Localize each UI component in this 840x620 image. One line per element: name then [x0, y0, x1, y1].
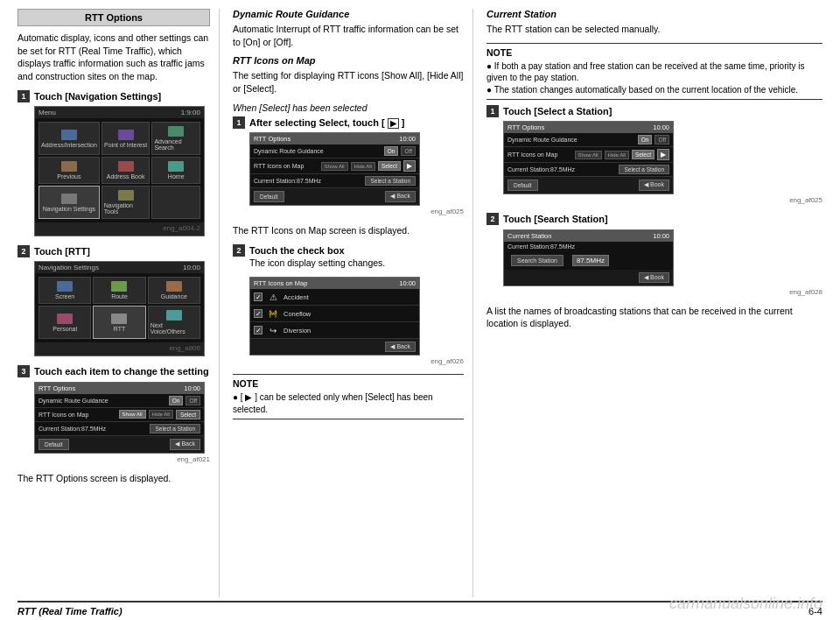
grid-item-advanced[interactable]: Advanced Search [151, 122, 200, 155]
rtt-screen-title-mid: RTT Options [254, 135, 290, 143]
mid-toggle-off-1[interactable]: Off [401, 146, 416, 156]
grid-item-nav-tools[interactable]: Navigation Tools [102, 186, 150, 219]
bottom-left-text: RTT (Real Time Traffic) [18, 606, 122, 616]
nav-screen-time: 1:9:00 [181, 109, 200, 116]
right-step-1: 1 Touch [Select a Station] RTT Options 1… [486, 105, 822, 206]
right-hide-all[interactable]: Hide All [605, 151, 629, 159]
hide-all-btn[interactable]: Hide All [149, 410, 173, 419]
mid-step-1-content: After selecting Select, touch [ ▶ ] RTT … [249, 116, 464, 218]
mid-step-2-label: Touch the check box [249, 244, 464, 257]
intro-text: Automatic display, icons and other setti… [18, 32, 210, 83]
back-btn-left[interactable]: ◀ Back [170, 439, 200, 450]
freq-display: 87.5MHz [572, 255, 609, 266]
img-caption-3: eng_af021 [34, 455, 210, 463]
mid-rtt-label-1: Dynamic Route Guidance [254, 148, 382, 154]
mid-step-2-content: Touch the check box The icon display set… [249, 244, 464, 367]
grid-rtt[interactable]: RTT [93, 306, 145, 339]
watermark: carmanualsonline.info [669, 595, 822, 613]
mid-select[interactable]: Select [378, 161, 401, 171]
search-station-btn[interactable]: Search Station [511, 255, 564, 266]
select-station-btn-left[interactable]: Select a Station [150, 424, 200, 433]
right-step-1-label: Touch [Select a Station] [503, 105, 822, 117]
grid-item-address[interactable]: Address/Intersection [38, 122, 100, 155]
search-station-row: Search Station 87.5MHz [504, 251, 673, 270]
grid-guidance[interactable]: Guidance [148, 277, 200, 304]
grid-item-poi[interactable]: Point of Interest [102, 122, 150, 155]
rtt-screen-time-mid: 10:00 [399, 135, 416, 143]
mid-arrow-btn[interactable]: ▶ [403, 160, 416, 172]
show-all-btn[interactable]: Show All [119, 410, 146, 419]
right-rtt-row-1: Dynamic Route Guidance On Off [504, 133, 673, 147]
mid-back-btn[interactable]: ◀ Back [385, 191, 416, 202]
rtt-row-3: Current Station:87.5MHz Select a Station [35, 422, 204, 436]
map-row-1: ✓ ⚠ Accident [250, 289, 419, 306]
rtt-screen-title-right: RTT Options [508, 123, 544, 131]
nav-screen-title: Menu [38, 109, 56, 116]
coneflow-icon: 🚧 [265, 307, 281, 320]
mid-toggle-on-1[interactable]: On [384, 146, 399, 156]
page: RTT Options Automatic display, icons and… [0, 0, 840, 620]
toggle-on-1[interactable]: On [169, 396, 184, 405]
right-rtt-label-3: Current Station:87.5MHz [508, 166, 616, 173]
grid-item-nav-settings[interactable]: Navigation Settings [38, 186, 100, 219]
right-select[interactable]: Select [632, 150, 654, 159]
right-note-box: NOTE If both a pay station and free stat… [486, 43, 822, 101]
select-station-btn-right[interactable]: Select a Station [619, 165, 669, 174]
grid-item-home[interactable]: Home [151, 157, 200, 184]
rtt-header: RTT Options [18, 9, 210, 26]
step-2-label: Touch [RTT] [34, 245, 210, 257]
right-step-2-content: Touch [Search Station] Current Station 1… [503, 213, 822, 297]
default-btn-left[interactable]: Default [38, 439, 69, 450]
step-1-num: 1 [18, 90, 30, 102]
checkbox-coneflow[interactable]: ✓ [254, 309, 262, 318]
checkbox-diversion[interactable]: ✓ [254, 326, 262, 335]
step-3-num: 3 [18, 365, 30, 377]
right-toggle-off[interactable]: Off [654, 135, 669, 144]
rtt-nav-screen: Navigation Settings 10:00 Screen Route [34, 261, 205, 356]
rtt-row-1: Dynamic Route Guidance On Off [35, 394, 204, 408]
mid-default-btn[interactable]: Default [254, 191, 284, 202]
right-caption-2: A list the names of broadcasting station… [486, 305, 822, 330]
right-toggle-on[interactable]: On [638, 135, 653, 144]
step-3-content: Touch each item to change the setting RT… [34, 365, 210, 464]
mid-note-title: NOTE [233, 378, 464, 389]
grid-route[interactable]: Route [93, 277, 145, 304]
grid-item-previous[interactable]: Previous [38, 157, 100, 184]
rtt-label-2: RTT Icons on Map [38, 412, 116, 418]
select-btn[interactable]: Select [176, 410, 200, 419]
toggle-off-1[interactable]: Off [186, 396, 200, 405]
mid-show-all[interactable]: Show All [321, 162, 348, 171]
diversion-label: Diversion [284, 327, 416, 335]
right-arrow-btn[interactable]: ▶ [657, 149, 669, 160]
curr-station-back-btn[interactable]: ◀ Book [639, 272, 669, 283]
map-screen-footer: ◀ Back [250, 339, 419, 355]
grid-personal[interactable]: Personal [38, 306, 91, 339]
when-select-heading: When [Select] has been selected [233, 102, 464, 113]
right-show-all[interactable]: Show All [575, 151, 602, 159]
right-step-1-content: Touch [Select a Station] RTT Options 10:… [503, 105, 822, 206]
mid-img-caption-1: eng_af025 [249, 208, 464, 215]
diversion-icon: ↪ [265, 324, 281, 336]
mid-hide-all[interactable]: Hide All [351, 162, 375, 171]
step-2: 2 Touch [RTT] Navigation Settings 10:00 … [18, 245, 210, 358]
right-step-1-num: 1 [486, 105, 499, 117]
right-img-caption-2: eng_af028 [503, 288, 822, 296]
map-screen-time: 10:00 [399, 279, 416, 287]
rtt-screen-time-right: 10:00 [653, 123, 669, 131]
mid-img-caption-2: eng_af026 [249, 357, 464, 365]
checkbox-accident[interactable]: ✓ [254, 292, 262, 301]
rtt-screen-title-left: RTT Options [38, 384, 75, 392]
right-step-2: 2 Touch [Search Station] Current Station… [486, 213, 822, 297]
map-row-3: ✓ ↪ Diversion [250, 322, 419, 339]
right-step-2-num: 2 [486, 213, 499, 225]
right-default-btn[interactable]: Default [508, 180, 538, 191]
rtt-screen-footer-left: Default ◀ Back [35, 436, 204, 453]
select-station-btn-mid[interactable]: Select a Station [365, 176, 416, 186]
right-rtt-footer: Default ◀ Book [504, 177, 673, 194]
grid-item-addressbook[interactable]: Address Book [102, 157, 150, 184]
map-back-btn[interactable]: ◀ Back [385, 342, 416, 352]
grid-screen[interactable]: Screen [38, 277, 91, 304]
right-back-btn-1[interactable]: ◀ Book [639, 180, 669, 191]
grid-next-voice[interactable]: Next Voice/Others [148, 306, 200, 339]
rtt-options-header-right: RTT Options 10:00 [504, 122, 673, 133]
